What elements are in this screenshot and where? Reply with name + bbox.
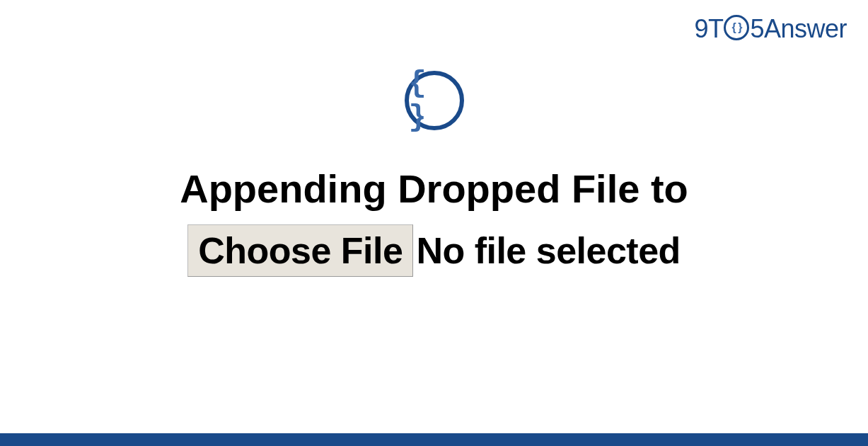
file-status-text: No file selected (416, 229, 680, 272)
braces-icon: { } (409, 67, 460, 135)
choose-file-button[interactable]: Choose File (187, 224, 413, 277)
footer-bar (0, 433, 868, 446)
logo-text-part1: 9T (694, 14, 723, 44)
page-title-line1: Appending Dropped File to (0, 166, 868, 212)
logo-circle-icon: { } (724, 15, 749, 40)
file-input-row: Choose File No file selected (0, 224, 868, 277)
header: 9T { } 5Answer (694, 14, 847, 44)
main-content: { } Appending Dropped File to Choose Fil… (0, 71, 868, 277)
title-area: Appending Dropped File to Choose File No… (0, 166, 868, 277)
logo-text-part2: 5Answer (750, 14, 847, 44)
category-icon-circle: { } (405, 71, 464, 130)
site-logo[interactable]: 9T { } 5Answer (694, 14, 847, 44)
logo-braces-icon: { } (731, 21, 741, 34)
